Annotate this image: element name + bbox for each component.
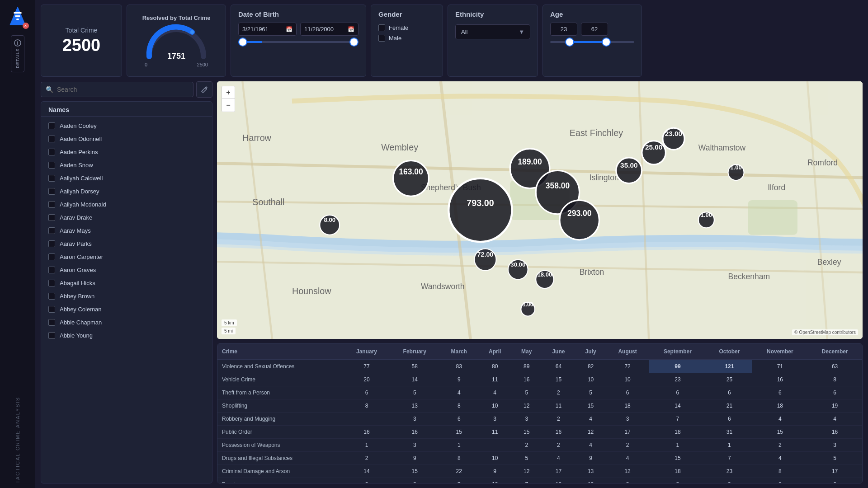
dob-range-slider[interactable] — [238, 41, 359, 43]
list-item[interactable]: Aarav Mays — [41, 224, 212, 237]
name-checkbox[interactable] — [48, 280, 55, 286]
name-checkbox[interactable] — [48, 162, 55, 169]
list-item[interactable]: Aarav Parks — [41, 237, 212, 250]
calendar-icon: 📅 — [286, 26, 292, 33]
crime-value-cell: 12 — [606, 465, 649, 478]
zoom-out-button[interactable]: − — [222, 99, 235, 112]
table-row[interactable]: Drugs and Illegal Substances298105494157… — [217, 452, 862, 465]
name-checkbox[interactable] — [48, 227, 55, 234]
svg-text:30.00: 30.00 — [510, 261, 525, 268]
details-panel-toggle[interactable]: i DETAILS — [11, 35, 24, 72]
svg-text:793.00: 793.00 — [467, 198, 494, 208]
list-item[interactable]: Aaden Snow — [41, 159, 212, 172]
list-item[interactable]: Aaliyah Mcdonald — [41, 198, 212, 211]
name-checkbox[interactable] — [48, 267, 55, 273]
list-item[interactable]: Aaliyah Dorsey — [41, 185, 212, 198]
map-container[interactable]: Ruislip Harrow Wembley East Finchley Wal… — [217, 81, 863, 339]
table-row[interactable]: Robbery and Mugging36332437644 — [217, 413, 862, 426]
ethnicity-select[interactable]: All ▼ — [455, 24, 530, 39]
age-slider-thumb-left[interactable] — [565, 38, 574, 47]
list-item[interactable]: Aarav Drake — [41, 211, 212, 224]
crime-value-cell: 3 — [606, 413, 649, 426]
table-row[interactable]: Public Order161615111516121718311516 — [217, 426, 862, 439]
gender-female-checkbox[interactable] — [378, 24, 385, 31]
column-header-august: August — [606, 344, 649, 360]
name-checkbox[interactable] — [48, 188, 55, 195]
list-item[interactable]: Abbey Brown — [41, 290, 212, 303]
list-item[interactable]: Abbie Young — [41, 329, 212, 342]
map-scale-km: 5 km — [222, 319, 237, 326]
edit-icon-button[interactable] — [196, 81, 212, 98]
table-row[interactable]: Possession of Weapons13122421123 — [217, 439, 862, 452]
column-header-march: March — [439, 344, 478, 360]
list-item[interactable]: Aaron Graves — [41, 263, 212, 277]
name-checkbox[interactable] — [48, 149, 55, 155]
age-range-slider[interactable] — [550, 41, 634, 43]
age-title: Age — [550, 10, 634, 18]
table-row[interactable]: Burglary987107101288986 — [217, 478, 862, 484]
name-checkbox[interactable] — [48, 201, 55, 208]
crime-value-cell: 10 — [478, 478, 511, 484]
name-checkbox[interactable] — [48, 332, 55, 339]
crime-value-cell — [478, 439, 511, 452]
crime-value-cell: 16 — [752, 373, 807, 386]
list-item[interactable]: Abbey Coleman — [41, 303, 212, 316]
crime-value-cell: 6 — [807, 478, 862, 484]
crime-value-cell: 4 — [752, 452, 807, 465]
name-checkbox[interactable] — [48, 175, 55, 182]
table-row[interactable]: Shoplifting8138101211151814211819 — [217, 399, 862, 413]
crime-value-cell: 4 — [576, 439, 606, 452]
name-checkbox[interactable] — [48, 240, 55, 247]
gender-male-row[interactable]: Male — [378, 35, 435, 42]
name-checkbox[interactable] — [48, 306, 55, 313]
svg-text:Brixton: Brixton — [580, 267, 604, 277]
crime-value-cell: 15 — [439, 426, 478, 439]
age-max-input[interactable]: 62 — [581, 23, 608, 36]
name-checkbox[interactable] — [48, 253, 55, 260]
dob-slider-thumb-right[interactable] — [349, 38, 359, 47]
zoom-in-button[interactable]: + — [222, 86, 235, 99]
crime-value-cell: 15 — [576, 399, 606, 413]
crime-value-cell: 16 — [807, 426, 862, 439]
name-checkbox[interactable] — [48, 214, 55, 221]
list-item[interactable]: Abagail Hicks — [41, 277, 212, 290]
age-min-input[interactable]: 23 — [550, 23, 577, 36]
svg-text:Hounslow: Hounslow — [292, 286, 331, 296]
list-item[interactable]: Aaden Odonnell — [41, 132, 212, 145]
crime-value-cell: 9 — [478, 465, 511, 478]
close-icon[interactable]: × — [23, 23, 29, 29]
gender-female-row[interactable]: Female — [378, 24, 435, 31]
search-input-wrapper[interactable]: 🔍 — [41, 82, 193, 97]
dob-end-input[interactable]: 11/28/2000 📅 — [300, 23, 359, 36]
gender-male-checkbox[interactable] — [378, 35, 385, 42]
list-item[interactable]: Abbie Chapman — [41, 316, 212, 329]
list-item[interactable]: Aaliyah Caldwell — [41, 172, 212, 185]
table-row[interactable]: Vehicle Crime2014911161510102325168 — [217, 373, 862, 386]
name-checkbox[interactable] — [48, 293, 55, 300]
name-checkbox[interactable] — [48, 136, 55, 142]
chevron-down-icon: ▼ — [519, 28, 524, 35]
name-checkbox[interactable] — [48, 319, 55, 326]
dob-start-input[interactable]: 3/21/1961 📅 — [238, 23, 297, 36]
name-label: Aarav Mays — [60, 227, 91, 234]
age-slider-thumb-right[interactable] — [602, 38, 611, 47]
svg-text:Islington: Islington — [590, 173, 619, 182]
search-input[interactable] — [57, 86, 189, 93]
table-row[interactable]: Criminal Damage and Arson141522912171312… — [217, 465, 862, 478]
dob-slider-thumb-left[interactable] — [238, 38, 247, 47]
map-zoom-controls[interactable]: + − — [222, 86, 235, 112]
crime-value-cell: 1 — [344, 439, 390, 452]
name-label: Aaron Graves — [60, 267, 96, 273]
list-item[interactable]: Aaden Perkins — [41, 145, 212, 159]
list-item[interactable]: Aaron Carpenter — [41, 250, 212, 263]
table-row[interactable]: Theft from a Person654452566666 — [217, 386, 862, 399]
list-item[interactable]: Aaden Cooley — [41, 119, 212, 132]
main-content: Total Crime 2500 Resolved by Total Crime… — [35, 0, 868, 488]
table-row[interactable]: Violence and Sexual Offences775883808964… — [217, 360, 862, 373]
search-icon: 🔍 — [46, 86, 53, 93]
svg-text:18.00: 18.00 — [538, 271, 552, 278]
name-checkbox[interactable] — [48, 122, 55, 129]
name-label: Abbie Chapman — [60, 319, 102, 326]
crime-value-cell: 4 — [576, 413, 606, 426]
column-header-february: February — [390, 344, 439, 360]
